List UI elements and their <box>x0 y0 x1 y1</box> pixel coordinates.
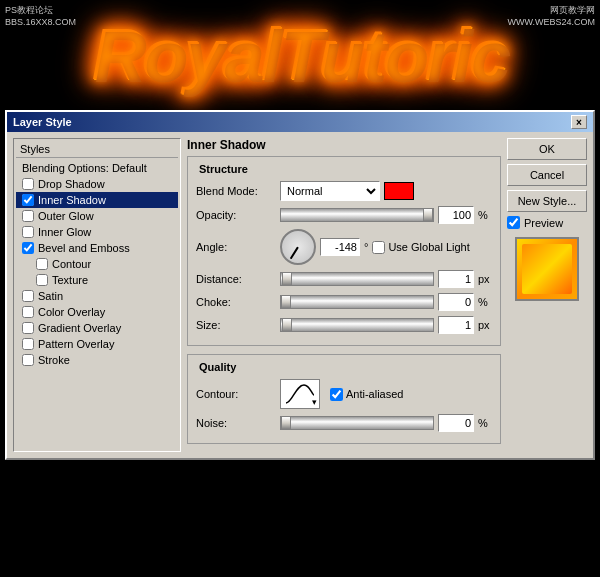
anti-aliased-label: Anti-aliased <box>346 388 403 400</box>
angle-dial-hand <box>290 246 299 259</box>
bevel-emboss-checkbox[interactable] <box>22 242 34 254</box>
global-light-row: Use Global Light <box>372 241 469 254</box>
texture-checkbox[interactable] <box>36 274 48 286</box>
main-panel: Inner Shadow Structure Blend Mode: Norma… <box>187 138 501 452</box>
noise-input[interactable] <box>438 414 474 432</box>
inner-glow-checkbox[interactable] <box>22 226 34 238</box>
contour-picker[interactable]: ▾ <box>280 379 320 409</box>
sidebar-item-drop-shadow[interactable]: Drop Shadow <box>16 176 178 192</box>
sidebar-item-stroke[interactable]: Stroke <box>16 352 178 368</box>
blend-mode-select[interactable]: Normal Multiply Screen <box>280 181 380 201</box>
distance-unit: px <box>478 273 492 285</box>
cancel-button[interactable]: Cancel <box>507 164 587 186</box>
choke-unit: % <box>478 296 492 308</box>
noise-slider[interactable] <box>280 416 434 430</box>
distance-slider[interactable] <box>280 272 434 286</box>
sidebar-item-outer-glow[interactable]: Outer Glow <box>16 208 178 224</box>
logo-right: 网页教学网 WWW.WEBS24.COM <box>508 5 596 28</box>
drop-shadow-checkbox[interactable] <box>22 178 34 190</box>
blend-mode-row: Blend Mode: Normal Multiply Screen <box>196 181 492 201</box>
distance-row: Distance: px <box>196 270 492 288</box>
size-slider[interactable] <box>280 318 434 332</box>
color-overlay-checkbox[interactable] <box>22 306 34 318</box>
blend-mode-label: Blend Mode: <box>196 185 276 197</box>
new-style-button[interactable]: New Style... <box>507 190 587 212</box>
banner-title: RoyalTutoric <box>93 14 508 96</box>
gradient-overlay-checkbox[interactable] <box>22 322 34 334</box>
opacity-input[interactable] <box>438 206 474 224</box>
outer-glow-checkbox[interactable] <box>22 210 34 222</box>
quality-title: Quality <box>196 361 239 373</box>
anti-aliased-checkbox[interactable] <box>330 388 343 401</box>
noise-label: Noise: <box>196 417 276 429</box>
sidebar-item-gradient-overlay[interactable]: Gradient Overlay <box>16 320 178 336</box>
sidebar-item-satin[interactable]: Satin <box>16 288 178 304</box>
right-panel: OK Cancel New Style... Preview <box>507 138 587 452</box>
dialog-body: Styles Blending Options: Default Drop Sh… <box>7 132 593 458</box>
angle-dial[interactable] <box>280 229 316 265</box>
angle-unit: ° <box>364 241 368 253</box>
noise-unit: % <box>478 417 492 429</box>
sidebar-item-blending[interactable]: Blending Options: Default <box>16 160 178 176</box>
gradient-overlay-label: Gradient Overlay <box>38 322 121 334</box>
ok-button[interactable]: OK <box>507 138 587 160</box>
title-bar: Layer Style × <box>7 112 593 132</box>
distance-label: Distance: <box>196 273 276 285</box>
sidebar-item-texture[interactable]: Texture <box>16 272 178 288</box>
inner-shadow-checkbox[interactable] <box>22 194 34 206</box>
sidebar-item-bevel-emboss[interactable]: Bevel and Emboss <box>16 240 178 256</box>
sidebar-item-color-overlay[interactable]: Color Overlay <box>16 304 178 320</box>
structure-title: Structure <box>196 163 251 175</box>
size-row: Size: px <box>196 316 492 334</box>
angle-input[interactable] <box>320 238 360 256</box>
structure-section: Structure Blend Mode: Normal Multiply Sc… <box>187 156 501 346</box>
preview-label-row: Preview <box>507 216 587 229</box>
pattern-overlay-checkbox[interactable] <box>22 338 34 350</box>
size-input[interactable] <box>438 316 474 334</box>
banner: PS教程论坛 BBS.16XX8.COM RoyalTutoric 网页教学网 … <box>0 0 600 110</box>
satin-label: Satin <box>38 290 63 302</box>
distance-input[interactable] <box>438 270 474 288</box>
choke-row: Choke: % <box>196 293 492 311</box>
stroke-checkbox[interactable] <box>22 354 34 366</box>
choke-input[interactable] <box>438 293 474 311</box>
outer-glow-label: Outer Glow <box>38 210 94 222</box>
logo-left: PS教程论坛 BBS.16XX8.COM <box>5 5 76 28</box>
opacity-slider[interactable] <box>280 208 434 222</box>
contour-row: Contour: ▾ Anti-aliased <box>196 379 492 409</box>
sidebar-item-contour[interactable]: Contour <box>16 256 178 272</box>
contour-checkbox[interactable] <box>36 258 48 270</box>
styles-header: Styles <box>16 141 178 158</box>
angle-row: Angle: ° Use Global Light <box>196 229 492 265</box>
choke-label: Choke: <box>196 296 276 308</box>
preview-label: Preview <box>524 217 563 229</box>
choke-slider[interactable] <box>280 295 434 309</box>
left-panel: Styles Blending Options: Default Drop Sh… <box>13 138 181 452</box>
anti-aliased-row: Anti-aliased <box>330 388 403 401</box>
inner-glow-label: Inner Glow <box>38 226 91 238</box>
angle-label: Angle: <box>196 241 276 253</box>
noise-slider-container: % <box>280 414 492 432</box>
section-title: Inner Shadow <box>187 138 501 152</box>
satin-checkbox[interactable] <box>22 290 34 302</box>
preview-checkbox[interactable] <box>507 216 520 229</box>
sidebar-item-inner-shadow[interactable]: Inner Shadow <box>16 192 178 208</box>
noise-row: Noise: % <box>196 414 492 432</box>
use-global-light-checkbox[interactable] <box>372 241 385 254</box>
drop-shadow-label: Drop Shadow <box>38 178 105 190</box>
sidebar-item-pattern-overlay[interactable]: Pattern Overlay <box>16 336 178 352</box>
opacity-row: Opacity: % <box>196 206 492 224</box>
stroke-label: Stroke <box>38 354 70 366</box>
dialog-title: Layer Style <box>13 116 72 128</box>
size-label: Size: <box>196 319 276 331</box>
preview-box <box>515 237 579 301</box>
layer-style-dialog: Layer Style × Styles Blending Options: D… <box>5 110 595 460</box>
opacity-unit: % <box>478 209 492 221</box>
close-button[interactable]: × <box>571 115 587 129</box>
sidebar-item-inner-glow[interactable]: Inner Glow <box>16 224 178 240</box>
choke-slider-container: % <box>280 293 492 311</box>
size-unit: px <box>478 319 492 331</box>
color-swatch[interactable] <box>384 182 414 200</box>
contour-label: Contour <box>52 258 91 270</box>
color-overlay-label: Color Overlay <box>38 306 105 318</box>
